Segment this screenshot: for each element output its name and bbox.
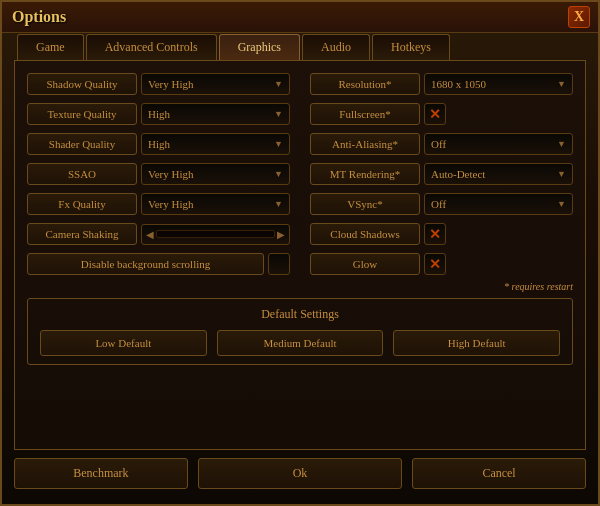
antialiasing-row: Anti-Aliasing* Off ▼	[310, 133, 573, 155]
tab-bar: Game Advanced Controls Graphics Audio Ho…	[2, 34, 598, 60]
mt-rendering-label: MT Rendering*	[310, 163, 420, 185]
shader-quality-arrow: ▼	[274, 139, 283, 149]
slider-right-arrow[interactable]: ▶	[277, 229, 285, 240]
cloud-shadows-label: Cloud Shadows	[310, 223, 420, 245]
cloud-shadows-checkbox[interactable]: ✕	[424, 223, 446, 245]
antialiasing-label: Anti-Aliasing*	[310, 133, 420, 155]
texture-quality-arrow: ▼	[274, 109, 283, 119]
fx-quality-row: Fx Quality Very High ▼	[27, 193, 290, 215]
mt-rendering-select[interactable]: Auto-Detect ▼	[424, 163, 573, 185]
antialiasing-arrow: ▼	[557, 139, 566, 149]
disable-bg-row: Disable background scrolling	[27, 253, 290, 275]
tab-graphics[interactable]: Graphics	[219, 34, 300, 60]
shadow-quality-row: Shadow Quality Very High ▼	[27, 73, 290, 95]
texture-quality-select[interactable]: High ▼	[141, 103, 290, 125]
glow-checkbox[interactable]: ✕	[424, 253, 446, 275]
ssao-label: SSAO	[27, 163, 137, 185]
shader-quality-row: Shader Quality High ▼	[27, 133, 290, 155]
resolution-select[interactable]: 1680 x 1050 ▼	[424, 73, 573, 95]
cloud-shadows-row: Cloud Shadows ✕	[310, 223, 573, 245]
shader-quality-label: Shader Quality	[27, 133, 137, 155]
resolution-arrow: ▼	[557, 79, 566, 89]
antialiasing-select[interactable]: Off ▼	[424, 133, 573, 155]
cloud-shadows-check-icon: ✕	[429, 226, 441, 243]
default-buttons-row: Low Default Medium Default High Default	[40, 330, 560, 356]
slider-left-arrow[interactable]: ◀	[146, 229, 154, 240]
texture-quality-row: Texture Quality High ▼	[27, 103, 290, 125]
mt-rendering-row: MT Rendering* Auto-Detect ▼	[310, 163, 573, 185]
shadow-quality-select[interactable]: Very High ▼	[141, 73, 290, 95]
close-button[interactable]: X	[568, 6, 590, 28]
fullscreen-checkbox[interactable]: ✕	[424, 103, 446, 125]
fx-quality-arrow: ▼	[274, 199, 283, 209]
disable-bg-checkbox[interactable]	[268, 253, 290, 275]
benchmark-button[interactable]: Benchmark	[14, 458, 188, 489]
cancel-button[interactable]: Cancel	[412, 458, 586, 489]
low-default-button[interactable]: Low Default	[40, 330, 207, 356]
camera-shaking-slider[interactable]: ◀ ▶	[141, 224, 290, 245]
camera-shaking-row: Camera Shaking ◀ ▶	[27, 223, 290, 245]
resolution-label: Resolution*	[310, 73, 420, 95]
tab-audio[interactable]: Audio	[302, 34, 370, 60]
vsync-select[interactable]: Off ▼	[424, 193, 573, 215]
shadow-quality-arrow: ▼	[274, 79, 283, 89]
camera-shaking-label: Camera Shaking	[27, 223, 137, 245]
disable-bg-label: Disable background scrolling	[27, 253, 264, 275]
fx-quality-select[interactable]: Very High ▼	[141, 193, 290, 215]
content-area: Shadow Quality Very High ▼ Resolution* 1…	[14, 60, 586, 450]
title-bar: Options X	[2, 2, 598, 32]
bottom-bar: Benchmark Ok Cancel	[2, 450, 598, 497]
ssao-arrow: ▼	[274, 169, 283, 179]
texture-quality-label: Texture Quality	[27, 103, 137, 125]
fx-quality-label: Fx Quality	[27, 193, 137, 215]
shader-quality-select[interactable]: High ▼	[141, 133, 290, 155]
vsync-label: VSync*	[310, 193, 420, 215]
window-title: Options	[12, 8, 66, 26]
tab-advanced-controls[interactable]: Advanced Controls	[86, 34, 217, 60]
high-default-button[interactable]: High Default	[393, 330, 560, 356]
ssao-row: SSAO Very High ▼	[27, 163, 290, 185]
default-settings-title: Default Settings	[40, 307, 560, 322]
medium-default-button[interactable]: Medium Default	[217, 330, 384, 356]
ssao-select[interactable]: Very High ▼	[141, 163, 290, 185]
fullscreen-row: Fullscreen* ✕	[310, 103, 573, 125]
glow-row: Glow ✕	[310, 253, 573, 275]
vsync-arrow: ▼	[557, 199, 566, 209]
options-window: Options X Game Advanced Controls Graphic…	[0, 0, 600, 506]
tab-hotkeys[interactable]: Hotkeys	[372, 34, 450, 60]
glow-label: Glow	[310, 253, 420, 275]
fullscreen-label: Fullscreen*	[310, 103, 420, 125]
glow-check-icon: ✕	[429, 256, 441, 273]
vsync-row: VSync* Off ▼	[310, 193, 573, 215]
settings-grid: Shadow Quality Very High ▼ Resolution* 1…	[27, 73, 573, 275]
shadow-quality-label: Shadow Quality	[27, 73, 137, 95]
default-settings-section: Default Settings Low Default Medium Defa…	[27, 298, 573, 365]
requires-restart-note: * requires restart	[27, 281, 573, 292]
fullscreen-check-icon: ✕	[429, 106, 441, 123]
mt-rendering-arrow: ▼	[557, 169, 566, 179]
slider-track	[156, 230, 275, 238]
ok-button[interactable]: Ok	[198, 458, 402, 489]
resolution-row: Resolution* 1680 x 1050 ▼	[310, 73, 573, 95]
tab-game[interactable]: Game	[17, 34, 84, 60]
